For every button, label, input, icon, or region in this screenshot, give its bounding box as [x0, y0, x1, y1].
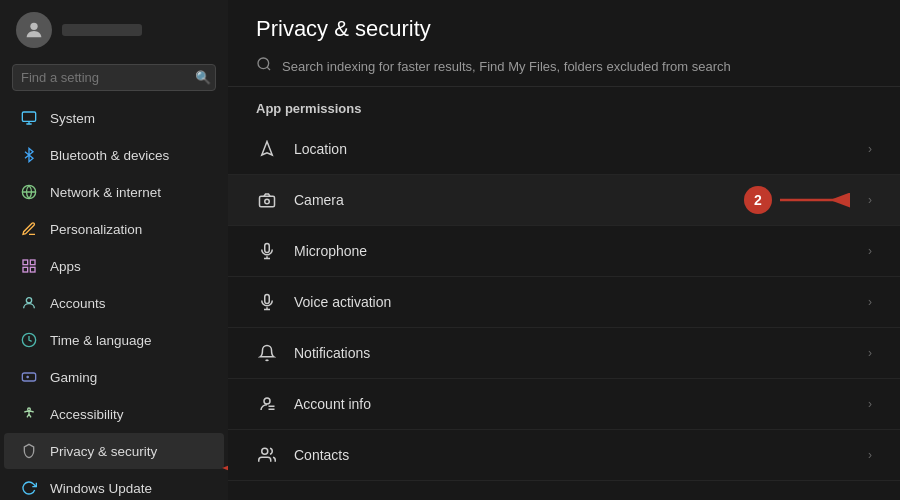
nav-list: System Bluetooth & devices Network & int…: [0, 99, 228, 500]
sidebar-item-accessibility[interactable]: Accessibility: [4, 396, 224, 432]
system-icon: [20, 109, 38, 127]
sidebar-item-bluetooth[interactable]: Bluetooth & devices: [4, 137, 224, 173]
main-header: Privacy & security: [228, 0, 900, 46]
sidebar-item-update[interactable]: Windows Update: [4, 470, 224, 500]
section-label: App permissions: [228, 87, 900, 124]
notifications-chevron: ›: [868, 346, 872, 360]
search-input[interactable]: [21, 70, 189, 85]
permissions-list: Location › Camera › 2: [228, 124, 900, 500]
svg-point-22: [264, 398, 270, 404]
account-info-label: Account info: [294, 396, 852, 412]
contacts-chevron: ›: [868, 448, 872, 462]
search-box[interactable]: 🔍: [12, 64, 216, 91]
search-result-icon: [256, 56, 272, 76]
location-chevron: ›: [868, 142, 872, 156]
system-label: System: [50, 111, 95, 126]
privacy-icon: [20, 442, 38, 460]
sidebar-item-privacy[interactable]: Privacy & security 1: [4, 433, 224, 469]
accessibility-icon: [20, 405, 38, 423]
bluetooth-label: Bluetooth & devices: [50, 148, 169, 163]
permission-location[interactable]: Location ›: [228, 124, 900, 175]
svg-point-25: [262, 448, 268, 454]
sidebar-item-system[interactable]: System: [4, 100, 224, 136]
svg-rect-16: [260, 196, 275, 207]
permission-notifications[interactable]: Notifications ›: [228, 328, 900, 379]
gaming-icon: [20, 368, 38, 386]
sidebar-item-gaming[interactable]: Gaming: [4, 359, 224, 395]
time-icon: [20, 331, 38, 349]
search-result-text: Search indexing for faster results, Find…: [282, 59, 731, 74]
svg-marker-15: [262, 142, 273, 156]
update-label: Windows Update: [50, 481, 152, 496]
svg-line-14: [267, 67, 270, 70]
svg-rect-20: [265, 244, 270, 253]
voice-chevron: ›: [868, 295, 872, 309]
search-icon: 🔍: [195, 70, 211, 85]
permission-account-info[interactable]: Account info ›: [228, 379, 900, 430]
permission-voice[interactable]: Voice activation ›: [228, 277, 900, 328]
sidebar-item-network[interactable]: Network & internet: [4, 174, 224, 210]
sidebar-item-apps[interactable]: Apps: [4, 248, 224, 284]
svg-rect-3: [23, 260, 28, 265]
svg-point-17: [265, 199, 270, 204]
voice-icon: [256, 291, 278, 313]
update-icon: [20, 479, 38, 497]
svg-rect-1: [22, 112, 35, 121]
apps-label: Apps: [50, 259, 81, 274]
accounts-icon: [20, 294, 38, 312]
svg-rect-5: [23, 267, 28, 272]
apps-icon: [20, 257, 38, 275]
svg-point-7: [26, 298, 31, 303]
voice-label: Voice activation: [294, 294, 852, 310]
permission-camera[interactable]: Camera › 2: [228, 175, 900, 226]
page-title: Privacy & security: [256, 16, 872, 42]
sidebar-item-accounts[interactable]: Accounts: [4, 285, 224, 321]
camera-icon: [256, 189, 278, 211]
avatar: [16, 12, 52, 48]
notifications-icon: [256, 342, 278, 364]
svg-point-13: [258, 58, 269, 69]
accounts-label: Accounts: [50, 296, 106, 311]
location-label: Location: [294, 141, 852, 157]
microphone-icon: [256, 240, 278, 262]
contacts-label: Contacts: [294, 447, 852, 463]
sidebar-item-personalization[interactable]: Personalization: [4, 211, 224, 247]
contacts-icon: [256, 444, 278, 466]
svg-rect-4: [30, 260, 35, 265]
privacy-label: Privacy & security: [50, 444, 157, 459]
microphone-label: Microphone: [294, 243, 852, 259]
main-panel: Privacy & security Search indexing for f…: [228, 0, 900, 500]
sidebar: 🔍 System Bluetooth & devices Network & i…: [0, 0, 228, 500]
permission-microphone[interactable]: Microphone ›: [228, 226, 900, 277]
accessibility-label: Accessibility: [50, 407, 124, 422]
svg-rect-6: [30, 267, 35, 272]
network-icon: [20, 183, 38, 201]
user-name-bar: [62, 24, 142, 36]
microphone-chevron: ›: [868, 244, 872, 258]
svg-rect-21: [265, 295, 270, 304]
permission-contacts[interactable]: Contacts ›: [228, 430, 900, 481]
time-label: Time & language: [50, 333, 152, 348]
camera-label: Camera: [294, 192, 852, 208]
account-info-icon: [256, 393, 278, 415]
gaming-label: Gaming: [50, 370, 97, 385]
location-icon: [256, 138, 278, 160]
svg-point-0: [30, 23, 37, 30]
notifications-label: Notifications: [294, 345, 852, 361]
camera-chevron: ›: [868, 193, 872, 207]
search-result-bar: Search indexing for faster results, Find…: [228, 46, 900, 87]
network-label: Network & internet: [50, 185, 161, 200]
bluetooth-icon: [20, 146, 38, 164]
user-profile[interactable]: [0, 0, 228, 60]
sidebar-item-time[interactable]: Time & language: [4, 322, 224, 358]
account-info-chevron: ›: [868, 397, 872, 411]
personalization-label: Personalization: [50, 222, 142, 237]
personalization-icon: [20, 220, 38, 238]
